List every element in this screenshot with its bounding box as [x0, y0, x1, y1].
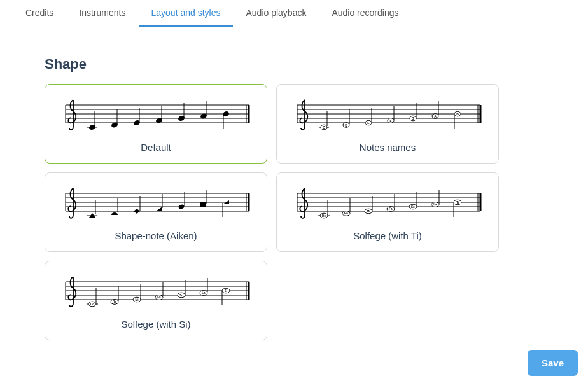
svg-text:Fa: Fa [389, 207, 393, 211]
save-button[interactable]: Save [528, 350, 578, 376]
svg-marker-71 [156, 207, 162, 211]
svg-text:Do: Do [90, 303, 94, 306]
staff-preview-solfege-ti: Do Re Mi Fa So La Ti [284, 182, 491, 224]
content-area: Shape [0, 27, 588, 353]
option-notes-names[interactable]: C D E F G A B Notes names [276, 84, 499, 164]
option-label: Solfege (with Si) [53, 319, 259, 330]
option-solfege-ti[interactable]: Do Re Mi Fa So La Ti Solfege (with Ti) [276, 172, 499, 252]
svg-text:So: So [179, 294, 183, 297]
option-label: Shape-note (Aiken) [53, 230, 259, 241]
svg-text:Fa: Fa [157, 296, 161, 299]
svg-text:La: La [433, 203, 437, 206]
svg-text:La: La [202, 291, 206, 295]
svg-text:C: C [323, 125, 325, 129]
svg-text:Mi: Mi [136, 298, 139, 302]
svg-text:Re: Re [344, 212, 348, 215]
tab-layout-and-styles[interactable]: Layout and styles [139, 0, 234, 27]
tab-credits[interactable]: Credits [13, 0, 66, 27]
staff-preview-notes-names: C D E F G A B [284, 94, 491, 136]
svg-text:D: D [345, 123, 347, 127]
svg-point-72 [178, 204, 185, 209]
option-shape-note-aiken[interactable]: Shape-note (Aiken) [45, 172, 267, 252]
svg-rect-73 [200, 202, 206, 207]
option-label: Notes names [284, 142, 491, 153]
svg-text:Ti: Ti [456, 201, 459, 204]
staff-preview-shape-note [53, 182, 259, 224]
svg-text:Mi: Mi [367, 210, 370, 213]
staff-preview-default [53, 94, 259, 136]
svg-text:B: B [456, 112, 459, 116]
option-label: Solfege (with Ti) [284, 230, 491, 241]
section-title-shape: Shape [45, 56, 550, 73]
svg-text:A: A [434, 115, 437, 118]
staff-preview-solfege-si: Do Re Mi Fa So La Si [53, 270, 259, 312]
svg-text:So: So [411, 205, 415, 209]
shape-options-grid: Default [45, 84, 550, 340]
tab-bar: Credits Instruments Layout and styles Au… [0, 0, 588, 27]
tab-audio-playback[interactable]: Audio playback [233, 0, 319, 27]
option-label: Default [53, 142, 259, 153]
svg-text:F: F [389, 119, 391, 123]
svg-text:Si: Si [225, 289, 227, 293]
svg-text:G: G [412, 116, 414, 120]
svg-text:Re: Re [113, 300, 116, 303]
tab-audio-recordings[interactable]: Audio recordings [319, 0, 411, 27]
svg-text:Do: Do [322, 214, 326, 218]
option-default[interactable]: Default [45, 84, 267, 164]
svg-marker-70 [134, 209, 140, 214]
tab-instruments[interactable]: Instruments [66, 0, 138, 27]
option-solfege-si[interactable]: Do Re Mi Fa So La Si Solfege (with Si) [45, 261, 267, 340]
